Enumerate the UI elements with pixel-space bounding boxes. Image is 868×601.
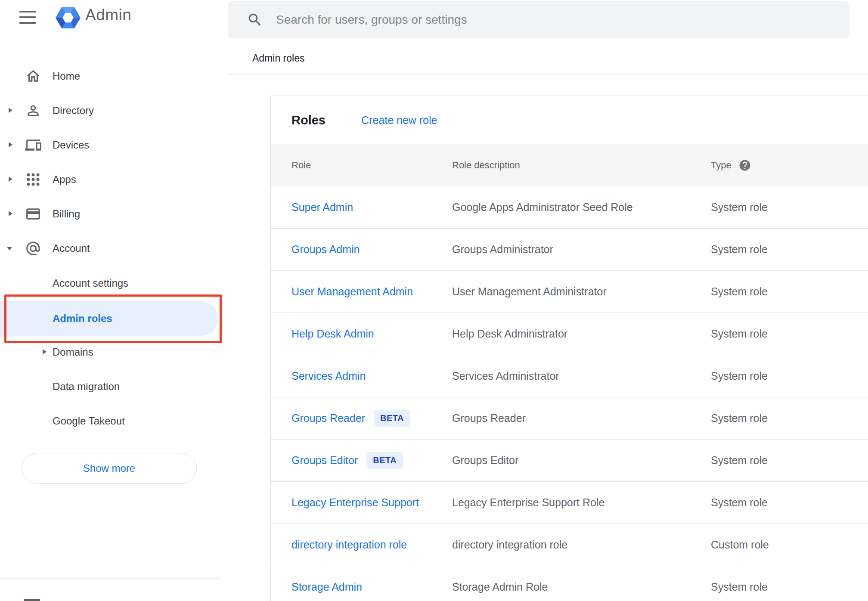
table-row: Groups Reader BETA Groups Reader System …	[271, 397, 868, 440]
app-title: Admin	[85, 6, 131, 24]
role-link[interactable]: Groups Editor	[291, 454, 358, 467]
sidebar-item-domains[interactable]: Domains	[0, 335, 220, 369]
role-link[interactable]: Groups Reader	[291, 412, 365, 424]
search-bar	[228, 1, 849, 38]
role-type: System role	[711, 370, 868, 382]
sidebar-item-admin-roles[interactable]: Admin roles	[0, 301, 218, 336]
role-link[interactable]: User Management Admin	[291, 285, 413, 298]
role-link[interactable]: Help Desk Admin	[291, 328, 374, 340]
role-type: System role	[711, 581, 868, 593]
sidebar-item-label: Google Takeout	[53, 404, 125, 438]
sidebar-item-label: Home	[53, 59, 80, 93]
menu-icon[interactable]	[19, 9, 36, 25]
role-description: User Management Administrator	[452, 285, 711, 298]
sidebar-item-label: Directory	[53, 93, 94, 128]
sidebar-item-label: Data migration	[53, 369, 120, 404]
table-row: Help Desk Admin Help Desk Administrator …	[271, 313, 868, 355]
role-link[interactable]: Services Admin	[291, 370, 366, 382]
sidebar-item-devices[interactable]: Devices	[0, 128, 220, 162]
table-row: Services Admin Services Administrator Sy…	[271, 355, 868, 397]
role-description: Groups Editor	[452, 454, 711, 467]
person-icon	[25, 102, 41, 119]
role-type: Custom role	[711, 539, 868, 551]
table-row: Groups Admin Groups Administrator System…	[271, 229, 868, 271]
table-body: Super Admin Google Apps Administrator Se…	[271, 186, 868, 601]
role-description: Legacy Enterprise Support Role	[452, 496, 711, 509]
sidebar-item-data-migration[interactable]: Data migration	[0, 369, 220, 404]
role-description: Groups Reader	[452, 412, 711, 424]
role-link[interactable]: Groups Admin	[291, 243, 360, 256]
chevron-right-icon[interactable]	[9, 177, 12, 182]
sidebar-item-label: Devices	[53, 128, 89, 162]
chevron-right-icon[interactable]	[9, 142, 12, 147]
cutoff-nav-icon	[24, 599, 40, 601]
chevron-right-icon[interactable]	[9, 211, 12, 216]
table-header-row: Role Role description Type	[271, 144, 868, 186]
role-type: System role	[711, 496, 868, 509]
beta-badge: BETA	[374, 410, 410, 427]
credit-card-icon	[25, 206, 41, 222]
table-row: Storage Admin Storage Admin Role System …	[271, 566, 868, 601]
role-link[interactable]: Super Admin	[291, 201, 353, 214]
breadcrumb-divider	[228, 74, 868, 74]
sidebar-item-label: Billing	[53, 197, 80, 231]
role-description: Storage Admin Role	[452, 581, 711, 593]
table-row: Groups Editor BETA Groups Editor System …	[271, 440, 868, 482]
at-sign-icon	[25, 240, 41, 257]
table-row: User Management Admin User Management Ad…	[271, 271, 868, 313]
table-row: Super Admin Google Apps Administrator Se…	[271, 186, 868, 229]
role-description: directory integration role	[452, 539, 711, 551]
sidebar-item-apps[interactable]: Apps	[0, 162, 220, 197]
role-type: System role	[711, 412, 868, 424]
card-title: Roles	[291, 96, 326, 144]
search-input[interactable]	[276, 1, 836, 38]
role-type: System role	[711, 285, 868, 298]
roles-card-header: Roles Create new role	[271, 96, 868, 144]
sidebar-item-google-takeout[interactable]: Google Takeout	[0, 404, 220, 438]
create-new-role-link[interactable]: Create new role	[361, 96, 437, 144]
apps-grid-icon	[25, 171, 41, 188]
role-type: System role	[711, 328, 868, 340]
role-description: Help Desk Administrator	[452, 328, 711, 340]
sidebar: Admin Home Directory Devices Apps	[0, 0, 220, 601]
sidebar-item-home[interactable]: Home	[0, 59, 220, 93]
column-header-role: Role	[291, 160, 452, 171]
roles-card: Roles Create new role Role Role descript…	[270, 96, 868, 601]
sidebar-item-directory[interactable]: Directory	[0, 93, 220, 128]
admin-logo-icon	[55, 5, 81, 31]
chevron-down-icon[interactable]	[7, 247, 12, 251]
sidebar-item-billing[interactable]: Billing	[0, 197, 220, 231]
search-icon	[247, 12, 263, 28]
beta-badge: BETA	[366, 452, 403, 469]
show-more-button[interactable]: Show more	[22, 453, 197, 484]
column-header-type: Type	[711, 160, 732, 171]
sidebar-item-account[interactable]: Account	[0, 231, 220, 266]
table-row: directory integration role directory int…	[271, 524, 868, 566]
role-link[interactable]: Legacy Enterprise Support	[291, 496, 419, 509]
sidebar-item-label: Admin roles	[53, 301, 112, 336]
role-description: Services Administrator	[452, 370, 711, 382]
breadcrumb: Admin roles	[252, 53, 304, 64]
chevron-right-icon[interactable]	[43, 349, 46, 354]
role-type: System role	[711, 201, 868, 214]
table-row: Legacy Enterprise Support Legacy Enterpr…	[271, 482, 868, 524]
role-link[interactable]: Storage Admin	[291, 581, 362, 593]
help-icon[interactable]	[738, 159, 751, 172]
sidebar-item-account-settings[interactable]: Account settings	[0, 266, 220, 300]
sidebar-item-label: Account settings	[53, 266, 128, 300]
role-description: Google Apps Administrator Seed Role	[452, 201, 711, 214]
role-type: System role	[711, 454, 868, 467]
sidebar-item-label: Domains	[53, 335, 93, 369]
sidebar-item-label: Account	[53, 231, 90, 266]
chevron-right-icon[interactable]	[9, 108, 12, 113]
role-description: Groups Administrator	[452, 243, 711, 256]
devices-icon	[25, 137, 41, 153]
column-header-role-description: Role description	[452, 160, 711, 171]
sidebar-item-label: Apps	[53, 162, 76, 197]
role-link[interactable]: directory integration role	[291, 539, 407, 551]
sidebar-divider	[0, 578, 220, 579]
role-type: System role	[711, 243, 868, 256]
home-icon	[25, 68, 41, 84]
